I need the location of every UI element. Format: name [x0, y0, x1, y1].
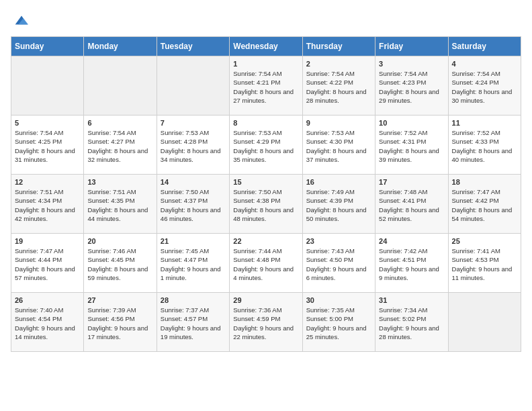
calendar-day-cell: 4Sunrise: 7:54 AMSunset: 4:24 PMDaylight…: [448, 56, 521, 116]
day-info: Sunrise: 7:41 AMSunset: 4:53 PMDaylight:…: [452, 246, 517, 282]
day-info: Sunrise: 7:42 AMSunset: 4:51 PMDaylight:…: [379, 246, 444, 282]
calendar-week-row: 19Sunrise: 7:47 AMSunset: 4:44 PMDayligh…: [11, 234, 521, 293]
calendar-day-cell: 24Sunrise: 7:42 AMSunset: 4:51 PMDayligh…: [375, 234, 448, 293]
calendar-day-cell: 7Sunrise: 7:53 AMSunset: 4:28 PMDaylight…: [157, 116, 229, 175]
calendar-day-cell: 20Sunrise: 7:46 AMSunset: 4:45 PMDayligh…: [84, 234, 157, 293]
logo: [11, 11, 31, 30]
calendar-day-cell: 22Sunrise: 7:44 AMSunset: 4:48 PMDayligh…: [230, 234, 302, 293]
day-info: Sunrise: 7:50 AMSunset: 4:38 PMDaylight:…: [233, 187, 298, 223]
day-number: 4: [452, 60, 517, 68]
weekday-header-cell: Thursday: [302, 37, 375, 56]
day-number: 2: [306, 60, 371, 68]
weekday-header-cell: Saturday: [448, 37, 521, 56]
calendar-day-cell: [84, 56, 157, 116]
day-info: Sunrise: 7:53 AMSunset: 4:29 PMDaylight:…: [233, 128, 298, 164]
day-number: 13: [87, 178, 152, 186]
weekday-header-cell: Sunday: [11, 37, 84, 56]
calendar-day-cell: 21Sunrise: 7:45 AMSunset: 4:47 PMDayligh…: [157, 234, 229, 293]
day-number: 11: [452, 119, 517, 127]
calendar-day-cell: 2Sunrise: 7:54 AMSunset: 4:22 PMDaylight…: [302, 56, 375, 116]
calendar-day-cell: 30Sunrise: 7:35 AMSunset: 5:00 PMDayligh…: [302, 293, 375, 352]
calendar-day-cell: 1Sunrise: 7:54 AMSunset: 4:21 PMDaylight…: [230, 56, 302, 116]
calendar-day-cell: 23Sunrise: 7:43 AMSunset: 4:50 PMDayligh…: [302, 234, 375, 293]
day-info: Sunrise: 7:47 AMSunset: 4:44 PMDaylight:…: [15, 246, 80, 282]
calendar-week-row: 12Sunrise: 7:51 AMSunset: 4:34 PMDayligh…: [11, 175, 521, 234]
calendar-day-cell: 16Sunrise: 7:49 AMSunset: 4:39 PMDayligh…: [302, 175, 375, 234]
calendar-day-cell: 10Sunrise: 7:52 AMSunset: 4:31 PMDayligh…: [375, 116, 448, 175]
calendar-day-cell: [11, 56, 84, 116]
calendar-day-cell: 13Sunrise: 7:51 AMSunset: 4:35 PMDayligh…: [84, 175, 157, 234]
day-number: 26: [15, 296, 80, 304]
calendar-day-cell: 19Sunrise: 7:47 AMSunset: 4:44 PMDayligh…: [11, 234, 84, 293]
day-number: 17: [379, 178, 444, 186]
day-info: Sunrise: 7:43 AMSunset: 4:50 PMDaylight:…: [306, 246, 371, 282]
day-number: 14: [161, 178, 226, 186]
day-number: 24: [379, 237, 444, 245]
day-number: 15: [233, 178, 298, 186]
calendar-day-cell: 14Sunrise: 7:50 AMSunset: 4:37 PMDayligh…: [157, 175, 229, 234]
calendar-day-cell: 3Sunrise: 7:54 AMSunset: 4:23 PMDaylight…: [375, 56, 448, 116]
day-info: Sunrise: 7:44 AMSunset: 4:48 PMDaylight:…: [233, 246, 298, 282]
day-info: Sunrise: 7:39 AMSunset: 4:56 PMDaylight:…: [87, 306, 152, 341]
day-info: Sunrise: 7:45 AMSunset: 4:47 PMDaylight:…: [161, 246, 226, 282]
logo-icon: [12, 11, 31, 30]
calendar-day-cell: [448, 293, 521, 352]
day-number: 16: [306, 178, 371, 186]
day-number: 22: [233, 237, 298, 245]
calendar-day-cell: 12Sunrise: 7:51 AMSunset: 4:34 PMDayligh…: [11, 175, 84, 234]
day-info: Sunrise: 7:54 AMSunset: 4:27 PMDaylight:…: [87, 128, 152, 164]
day-number: 23: [306, 237, 371, 245]
day-info: Sunrise: 7:53 AMSunset: 4:30 PMDaylight:…: [306, 128, 371, 164]
calendar-day-cell: 6Sunrise: 7:54 AMSunset: 4:27 PMDaylight…: [84, 116, 157, 175]
calendar-day-cell: 8Sunrise: 7:53 AMSunset: 4:29 PMDaylight…: [230, 116, 302, 175]
calendar-week-row: 26Sunrise: 7:40 AMSunset: 4:54 PMDayligh…: [11, 293, 521, 352]
calendar-day-cell: 27Sunrise: 7:39 AMSunset: 4:56 PMDayligh…: [84, 293, 157, 352]
day-info: Sunrise: 7:54 AMSunset: 4:24 PMDaylight:…: [452, 69, 517, 105]
calendar-day-cell: 18Sunrise: 7:47 AMSunset: 4:42 PMDayligh…: [448, 175, 521, 234]
calendar-day-cell: 9Sunrise: 7:53 AMSunset: 4:30 PMDaylight…: [302, 116, 375, 175]
calendar-week-row: 1Sunrise: 7:54 AMSunset: 4:21 PMDaylight…: [11, 56, 521, 116]
day-number: 7: [161, 119, 226, 127]
calendar-body: 1Sunrise: 7:54 AMSunset: 4:21 PMDaylight…: [11, 56, 521, 352]
day-number: 6: [87, 119, 152, 127]
weekday-header-cell: Wednesday: [230, 37, 302, 56]
day-number: 8: [233, 119, 298, 127]
day-info: Sunrise: 7:50 AMSunset: 4:37 PMDaylight:…: [161, 187, 226, 223]
day-number: 10: [379, 119, 444, 127]
day-number: 5: [15, 119, 80, 127]
calendar-day-cell: 5Sunrise: 7:54 AMSunset: 4:25 PMDaylight…: [11, 116, 84, 175]
calendar-day-cell: 28Sunrise: 7:37 AMSunset: 4:57 PMDayligh…: [157, 293, 229, 352]
day-number: 31: [379, 296, 444, 304]
day-info: Sunrise: 7:54 AMSunset: 4:23 PMDaylight:…: [379, 69, 444, 105]
weekday-header-cell: Monday: [84, 37, 157, 56]
day-info: Sunrise: 7:36 AMSunset: 4:59 PMDaylight:…: [233, 306, 298, 341]
day-info: Sunrise: 7:52 AMSunset: 4:31 PMDaylight:…: [379, 128, 444, 164]
day-info: Sunrise: 7:46 AMSunset: 4:45 PMDaylight:…: [87, 246, 152, 282]
weekday-header-cell: Friday: [375, 37, 448, 56]
day-number: 19: [15, 237, 80, 245]
day-info: Sunrise: 7:37 AMSunset: 4:57 PMDaylight:…: [161, 306, 226, 341]
day-info: Sunrise: 7:48 AMSunset: 4:41 PMDaylight:…: [379, 187, 444, 223]
day-number: 27: [87, 296, 152, 304]
day-number: 12: [15, 178, 80, 186]
day-info: Sunrise: 7:54 AMSunset: 4:22 PMDaylight:…: [306, 69, 371, 105]
day-number: 21: [161, 237, 226, 245]
calendar-day-cell: [157, 56, 229, 116]
day-info: Sunrise: 7:52 AMSunset: 4:33 PMDaylight:…: [452, 128, 517, 164]
day-number: 3: [379, 60, 444, 68]
calendar-day-cell: 17Sunrise: 7:48 AMSunset: 4:41 PMDayligh…: [375, 175, 448, 234]
day-info: Sunrise: 7:53 AMSunset: 4:28 PMDaylight:…: [161, 128, 226, 164]
calendar-week-row: 5Sunrise: 7:54 AMSunset: 4:25 PMDaylight…: [11, 116, 521, 175]
calendar-day-cell: 26Sunrise: 7:40 AMSunset: 4:54 PMDayligh…: [11, 293, 84, 352]
weekday-header-row: SundayMondayTuesdayWednesdayThursdayFrid…: [11, 37, 521, 56]
day-number: 1: [233, 60, 298, 68]
day-info: Sunrise: 7:40 AMSunset: 4:54 PMDaylight:…: [15, 306, 80, 341]
day-info: Sunrise: 7:35 AMSunset: 5:00 PMDaylight:…: [306, 306, 371, 341]
day-number: 18: [452, 178, 517, 186]
day-number: 28: [161, 296, 226, 304]
calendar-day-cell: 31Sunrise: 7:34 AMSunset: 5:02 PMDayligh…: [375, 293, 448, 352]
day-number: 29: [233, 296, 298, 304]
page-header: [11, 11, 521, 30]
day-number: 20: [87, 237, 152, 245]
day-number: 30: [306, 296, 371, 304]
